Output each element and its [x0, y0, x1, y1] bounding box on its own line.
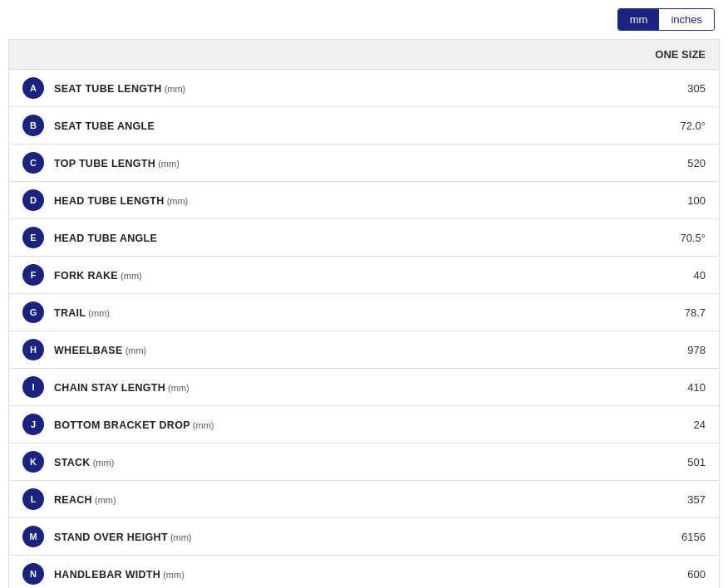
spec-unit: (mm): [160, 570, 184, 580]
table-row: JBOTTOM BRACKET DROP (mm)24: [9, 406, 720, 443]
spec-badge: C: [22, 152, 44, 174]
spec-name: STAND OVER HEIGHT (mm): [54, 531, 192, 543]
spec-badge: J: [22, 414, 44, 435]
spec-unit: (mm): [190, 420, 214, 430]
spec-value: 100: [435, 182, 720, 219]
spec-label-cell: LREACH (mm): [9, 481, 435, 518]
spec-name: FORK RAKE (mm): [54, 269, 142, 282]
spec-name: WHEELBASE (mm): [54, 344, 146, 356]
table-row: NHANDLEBAR WIDTH (mm)600: [9, 556, 720, 589]
top-bar: mm inches: [0, 0, 728, 39]
spec-unit: (mm): [165, 196, 189, 206]
mm-button[interactable]: mm: [618, 9, 660, 30]
spec-value: 501: [435, 443, 720, 481]
spec-value: 78.7: [435, 294, 720, 331]
table-row: GTRAIL (mm)78.7: [9, 294, 720, 331]
spec-badge: L: [22, 488, 44, 510]
spec-badge: K: [22, 451, 44, 473]
table-row: ICHAIN STAY LENGTH (mm)410: [9, 369, 720, 406]
spec-badge: F: [22, 264, 44, 286]
table-row: LREACH (mm)357: [9, 481, 720, 518]
spec-unit: (mm): [86, 308, 110, 318]
spec-badge: N: [22, 563, 44, 585]
spec-badge: E: [22, 227, 44, 248]
spec-value: 410: [435, 369, 720, 406]
spec-unit: (mm): [123, 345, 147, 355]
spec-label-cell: GTRAIL (mm): [9, 294, 435, 331]
table-header-row: ONE SIZE: [9, 40, 720, 70]
spec-badge: B: [22, 115, 44, 136]
spec-value: 305: [435, 70, 720, 107]
spec-unit: (mm): [168, 532, 192, 542]
table-row: DHEAD TUBE LENGTH (mm)100: [9, 182, 720, 219]
spec-badge: D: [22, 189, 44, 211]
spec-badge: I: [22, 376, 44, 398]
spec-label-cell: ICHAIN STAY LENGTH (mm): [9, 369, 435, 406]
spec-unit: (mm): [92, 495, 116, 505]
inches-button[interactable]: inches: [659, 9, 714, 30]
spec-label-cell: KSTACK (mm): [9, 443, 435, 481]
spec-label-cell: FFORK RAKE (mm): [9, 257, 435, 294]
spec-name: CHAIN STAY LENGTH (mm): [54, 381, 189, 394]
spec-unit: (mm): [155, 159, 180, 169]
spec-unit: (mm): [118, 271, 142, 281]
spec-name: HEAD TUBE ANGLE: [54, 232, 157, 244]
spec-badge: H: [22, 339, 44, 360]
table-row: FFORK RAKE (mm)40: [9, 257, 720, 294]
spec-table: ONE SIZE ASEAT TUBE LENGTH (mm)305BSEAT …: [8, 39, 720, 588]
spec-value: 70.5°: [435, 219, 720, 257]
spec-name: SEAT TUBE ANGLE: [54, 120, 155, 132]
spec-value: 72.0°: [435, 107, 720, 145]
spec-name: REACH (mm): [54, 493, 116, 506]
spec-value: 600: [435, 556, 720, 589]
spec-name: TOP TUBE LENGTH (mm): [54, 157, 180, 169]
spec-label-cell: DHEAD TUBE LENGTH (mm): [9, 182, 435, 219]
spec-value: 40: [435, 257, 720, 294]
table-row: BSEAT TUBE ANGLE72.0°: [9, 107, 720, 145]
table-row: KSTACK (mm)501: [9, 443, 720, 481]
spec-name: STACK (mm): [54, 456, 114, 468]
unit-toggle: mm inches: [617, 8, 715, 31]
spec-label-cell: BSEAT TUBE ANGLE: [9, 107, 435, 145]
spec-unit: (mm): [91, 458, 115, 468]
spec-name: HEAD TUBE LENGTH (mm): [54, 194, 188, 207]
table-row: MSTAND OVER HEIGHT (mm)6156: [9, 518, 720, 556]
spec-unit: (mm): [165, 383, 189, 393]
spec-name: BOTTOM BRACKET DROP (mm): [54, 419, 214, 431]
spec-value: 357: [435, 481, 720, 518]
header-label-col: [9, 40, 435, 70]
table-row: CTOP TUBE LENGTH (mm)520: [9, 145, 720, 182]
spec-name: TRAIL (mm): [54, 306, 110, 319]
spec-label-cell: MSTAND OVER HEIGHT (mm): [9, 518, 435, 556]
spec-badge: G: [22, 301, 44, 323]
spec-label-cell: ASEAT TUBE LENGTH (mm): [9, 70, 435, 107]
spec-label-cell: JBOTTOM BRACKET DROP (mm): [9, 406, 435, 443]
header-size-col: ONE SIZE: [435, 40, 720, 70]
spec-value: 978: [435, 331, 720, 369]
table-row: ASEAT TUBE LENGTH (mm)305: [9, 70, 720, 107]
spec-label-cell: HWHEELBASE (mm): [9, 331, 435, 369]
spec-name: SEAT TUBE LENGTH (mm): [54, 82, 185, 95]
spec-label-cell: CTOP TUBE LENGTH (mm): [9, 145, 435, 182]
table-row: HWHEELBASE (mm)978: [9, 331, 720, 369]
table-row: EHEAD TUBE ANGLE70.5°: [9, 219, 720, 257]
spec-name: HANDLEBAR WIDTH (mm): [54, 568, 184, 581]
spec-label-cell: NHANDLEBAR WIDTH (mm): [9, 556, 435, 589]
spec-value: 520: [435, 145, 720, 182]
spec-label-cell: EHEAD TUBE ANGLE: [9, 219, 435, 257]
spec-unit: (mm): [162, 84, 186, 94]
spec-badge: M: [22, 526, 44, 547]
spec-badge: A: [22, 77, 44, 99]
spec-value: 6156: [435, 518, 720, 556]
spec-value: 24: [435, 406, 720, 443]
spec-table-container: ONE SIZE ASEAT TUBE LENGTH (mm)305BSEAT …: [0, 39, 728, 588]
